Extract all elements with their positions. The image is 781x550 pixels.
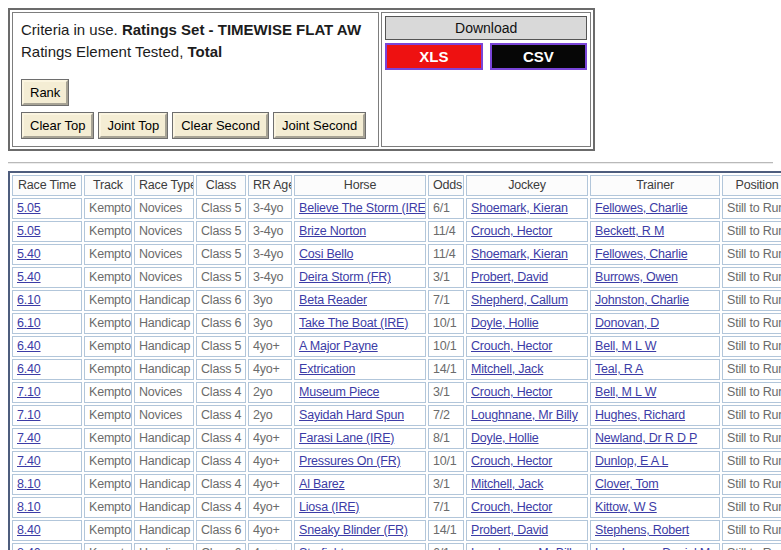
horse-link-cell: Museum Piece	[294, 382, 426, 403]
horse-link[interactable]: Sneaky Blinder (FR)	[299, 523, 408, 537]
odds-cell: 6/1	[428, 543, 464, 550]
header-class: Class	[196, 175, 246, 196]
horse-link[interactable]: Deira Storm (FR)	[299, 270, 391, 284]
trainer-link[interactable]: Hughes, Richard	[595, 408, 685, 422]
jockey-link[interactable]: Mitchell, Jack	[471, 477, 543, 491]
trainer-link[interactable]: Fellowes, Charlie	[595, 247, 687, 261]
jockey-link-cell: Loughnane, Mr Billy	[466, 543, 588, 550]
jockey-link[interactable]: Loughnane, Mr Billy	[471, 546, 578, 550]
jockey-link[interactable]: Probert, David	[471, 270, 548, 284]
horse-link-cell: Believe The Storm (IRE)	[294, 198, 426, 219]
rr-age-cell: 2yo	[248, 405, 292, 426]
clear-top-button[interactable]: Clear Top	[22, 113, 93, 138]
trainer-link[interactable]: Johnston, Charlie	[595, 293, 689, 307]
table-header-row: Race Time Track Race Type Class RR Age H…	[12, 175, 781, 196]
horse-link[interactable]: Believe The Storm (IRE)	[299, 201, 426, 215]
race-time-link[interactable]: 6.40	[17, 339, 41, 353]
race-time-link[interactable]: 8.10	[17, 477, 41, 491]
jockey-link[interactable]: Shepherd, Callum	[471, 293, 568, 307]
jockey-link[interactable]: Mitchell, Jack	[471, 362, 543, 376]
jockey-link[interactable]: Crouch, Hector	[471, 385, 552, 399]
race-type-cell: Novices	[134, 198, 194, 219]
jockey-link[interactable]: Crouch, Hector	[471, 500, 552, 514]
joint-top-button[interactable]: Joint Top	[99, 113, 167, 138]
race-time-link[interactable]: 5.05	[17, 201, 41, 215]
joint-second-button[interactable]: Joint Second	[274, 113, 365, 138]
trainer-link[interactable]: Burrows, Owen	[595, 270, 678, 284]
trainer-link[interactable]: Clover, Tom	[595, 477, 659, 491]
trainer-link[interactable]: Bell, M L W	[595, 385, 656, 399]
horse-link[interactable]: Beta Reader	[299, 293, 367, 307]
race-time-link[interactable]: 6.10	[17, 316, 41, 330]
race-time-link[interactable]: 7.40	[17, 454, 41, 468]
trainer-link[interactable]: Fellowes, Charlie	[595, 201, 687, 215]
jockey-link[interactable]: Crouch, Hector	[471, 454, 552, 468]
jockey-link[interactable]: Shoemark, Kieran	[471, 247, 568, 261]
race-time-link[interactable]: 5.05	[17, 224, 41, 238]
trainer-link[interactable]: Bell, M L W	[595, 339, 656, 353]
jockey-link[interactable]: Probert, David	[471, 523, 548, 537]
jockey-link[interactable]: Doyle, Hollie	[471, 431, 539, 445]
race-time-link[interactable]: 8.10	[17, 500, 41, 514]
jockey-link[interactable]: Doyle, Hollie	[471, 316, 539, 330]
horse-link[interactable]: Al Barez	[299, 477, 345, 491]
horse-link-cell: Take The Boat (IRE)	[294, 313, 426, 334]
jockey-link[interactable]: Crouch, Hector	[471, 339, 552, 353]
trainer-link[interactable]: Donovan, D	[595, 316, 659, 330]
download-csv-button[interactable]: CSV	[490, 43, 588, 70]
race-time-link[interactable]: 8.40	[17, 523, 41, 537]
position-cell: Still to Run	[722, 543, 781, 550]
header-rr-age: RR Age	[248, 175, 292, 196]
header-race-time: Race Time	[12, 175, 82, 196]
horse-link[interactable]: Extrication	[299, 362, 355, 376]
position-cell: Still to Run	[722, 428, 781, 449]
horse-link-cell: Extrication	[294, 359, 426, 380]
horse-link[interactable]: Liosa (IRE)	[299, 500, 359, 514]
trainer-link[interactable]: Beckett, R M	[595, 224, 664, 238]
horse-link[interactable]: Take The Boat (IRE)	[299, 316, 408, 330]
class-cell: Class 5	[196, 267, 246, 288]
race-time-link-cell: 8.10	[12, 474, 82, 495]
race-time-link[interactable]: 5.40	[17, 247, 41, 261]
trainer-link[interactable]: Loughnane, Daniel Mark	[595, 546, 720, 550]
race-time-link[interactable]: 7.40	[17, 431, 41, 445]
class-cell: Class 4	[196, 474, 246, 495]
trainer-link[interactable]: Kittow, W S	[595, 500, 657, 514]
trainer-link-cell: Bell, M L W	[590, 336, 720, 357]
download-panel: Download XLS CSV	[381, 12, 591, 147]
download-header: Download	[385, 16, 587, 40]
trainer-link[interactable]: Newland, Dr R D P	[595, 431, 697, 445]
horse-link[interactable]: Farasi Lane (IRE)	[299, 431, 394, 445]
ratings-set-value: Ratings Set - TIMEWISE FLAT AW	[122, 21, 361, 38]
trainer-link-cell: Donovan, D	[590, 313, 720, 334]
jockey-link[interactable]: Shoemark, Kieran	[471, 201, 568, 215]
class-cell: Class 5	[196, 359, 246, 380]
trainer-link[interactable]: Dunlop, E A L	[595, 454, 668, 468]
horse-link[interactable]: Pressures On (FR)	[299, 454, 400, 468]
horse-link[interactable]: Sayidah Hard Spun	[299, 408, 404, 422]
race-time-link[interactable]: 7.10	[17, 408, 41, 422]
trainer-link[interactable]: Stephens, Robert	[595, 523, 689, 537]
horse-link[interactable]: Starfighter	[299, 546, 354, 550]
track-cell: Kempton	[84, 359, 132, 380]
race-time-link[interactable]: 6.10	[17, 293, 41, 307]
jockey-link[interactable]: Loughnane, Mr Billy	[471, 408, 578, 422]
race-time-link[interactable]: 7.10	[17, 385, 41, 399]
trainer-link[interactable]: Teal, R A	[595, 362, 643, 376]
class-cell: Class 5	[196, 198, 246, 219]
horse-link[interactable]: A Major Payne	[299, 339, 378, 353]
clear-second-button[interactable]: Clear Second	[173, 113, 268, 138]
rank-button[interactable]: Rank	[22, 80, 68, 105]
race-time-link[interactable]: 6.40	[17, 362, 41, 376]
header-position: Position	[722, 175, 781, 196]
download-xls-button[interactable]: XLS	[385, 43, 483, 70]
horse-link[interactable]: Brize Norton	[299, 224, 366, 238]
race-time-link[interactable]: 5.40	[17, 270, 41, 284]
horse-link[interactable]: Museum Piece	[299, 385, 379, 399]
race-time-link[interactable]: 8.40	[17, 546, 41, 550]
horse-link[interactable]: Cosi Bello	[299, 247, 353, 261]
jockey-link[interactable]: Crouch, Hector	[471, 224, 552, 238]
horse-link-cell: Liosa (IRE)	[294, 497, 426, 518]
rr-age-cell: 2yo	[248, 382, 292, 403]
table-row: 6.10KemptonHandicapClass 63yoTake The Bo…	[12, 313, 781, 334]
